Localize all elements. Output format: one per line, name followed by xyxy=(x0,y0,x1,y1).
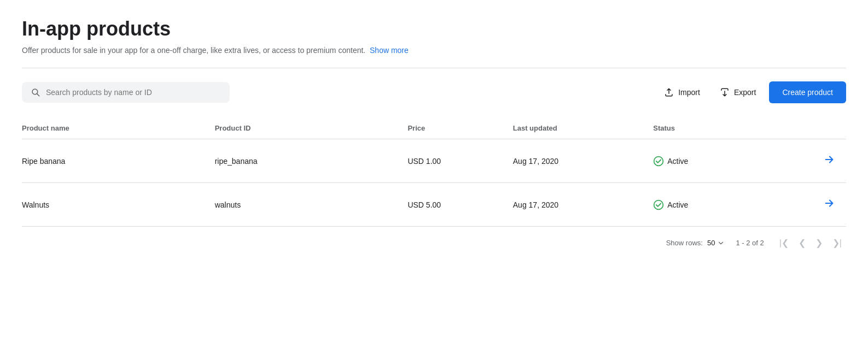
prev-page-button[interactable]: ❮ xyxy=(794,235,810,250)
show-more-link[interactable]: Show more xyxy=(370,46,409,55)
pagination-controls: |❮ ❮ ❯ ❯| xyxy=(775,235,846,250)
col-header-product-name: Product name xyxy=(22,119,215,139)
products-table: Product name Product ID Price Last updat… xyxy=(22,119,846,227)
col-header-product-id: Product ID xyxy=(215,119,408,139)
cell-product-id: ripe_banana xyxy=(215,139,408,183)
cell-status: Active xyxy=(653,183,794,227)
create-product-button[interactable]: Create product xyxy=(769,81,846,103)
cell-price: USD 1.00 xyxy=(407,139,512,183)
cell-status: Active xyxy=(653,139,794,183)
cell-action xyxy=(794,183,846,227)
rows-per-page-value: 50 xyxy=(707,239,715,247)
svg-point-3 xyxy=(654,200,663,209)
section-divider xyxy=(22,68,846,68)
subtitle: Offer products for sale in your app for … xyxy=(22,46,846,55)
cell-product-id: walnuts xyxy=(215,183,408,227)
search-icon xyxy=(31,87,40,97)
row-detail-button[interactable] xyxy=(819,151,840,170)
next-page-button[interactable]: ❯ xyxy=(811,235,827,250)
import-button[interactable]: Import xyxy=(657,82,707,103)
rows-per-page-select[interactable]: 50 xyxy=(707,239,725,247)
toolbar: Import Export Create product xyxy=(22,81,846,103)
cell-last-updated: Aug 17, 2020 xyxy=(513,139,654,183)
page-title: In-app products xyxy=(22,17,846,40)
search-input[interactable] xyxy=(46,88,221,97)
first-page-button[interactable]: |❮ xyxy=(775,235,793,250)
arrow-right-icon xyxy=(823,154,835,166)
col-header-price: Price xyxy=(407,119,512,139)
import-icon xyxy=(664,87,674,97)
active-status-icon xyxy=(653,199,664,210)
chevron-down-icon xyxy=(717,239,725,247)
table-header-row: Product name Product ID Price Last updat… xyxy=(22,119,846,139)
export-icon xyxy=(720,87,730,97)
svg-line-1 xyxy=(37,94,39,96)
table-row: Walnuts walnuts USD 5.00 Aug 17, 2020 Ac… xyxy=(22,183,846,227)
export-button[interactable]: Export xyxy=(713,82,762,103)
search-box xyxy=(22,82,230,103)
cell-price: USD 5.00 xyxy=(407,183,512,227)
active-status-icon xyxy=(653,156,664,167)
cell-action xyxy=(794,139,846,183)
show-rows-label: Show rows: xyxy=(666,239,703,247)
status-label: Active xyxy=(667,157,688,166)
table-footer: Show rows: 50 1 - 2 of 2 |❮ ❮ ❯ ❯| xyxy=(22,227,846,252)
show-rows-control: Show rows: 50 xyxy=(666,239,725,247)
pagination-info: 1 - 2 of 2 xyxy=(736,239,764,247)
status-label: Active xyxy=(667,201,688,209)
cell-product-name: Walnuts xyxy=(22,183,215,227)
cell-last-updated: Aug 17, 2020 xyxy=(513,183,654,227)
table-row: Ripe banana ripe_banana USD 1.00 Aug 17,… xyxy=(22,139,846,183)
svg-point-2 xyxy=(654,156,663,166)
cell-product-name: Ripe banana xyxy=(22,139,215,183)
arrow-right-icon xyxy=(823,197,835,209)
last-page-button[interactable]: ❯| xyxy=(828,235,846,250)
col-header-action xyxy=(794,119,846,139)
row-detail-button[interactable] xyxy=(819,195,840,214)
col-header-status: Status xyxy=(653,119,794,139)
col-header-last-updated: Last updated xyxy=(513,119,654,139)
